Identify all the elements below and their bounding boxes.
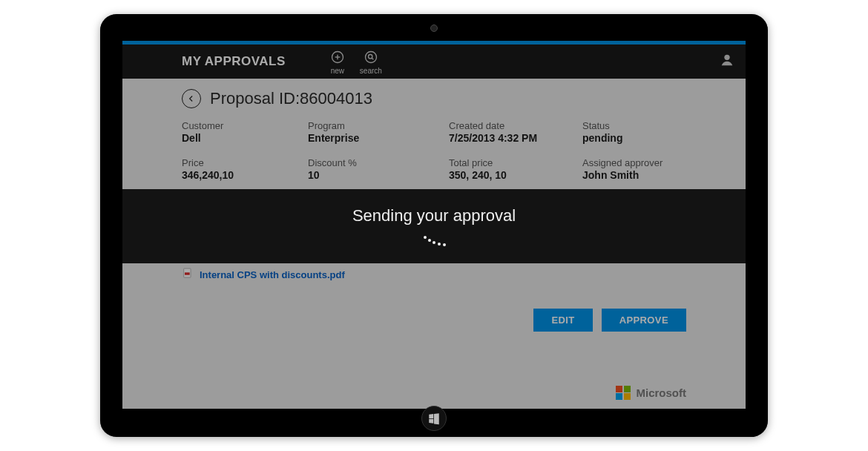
back-button[interactable] — [182, 89, 201, 108]
svg-point-4 — [368, 54, 372, 58]
approver-label: Assigned approver — [582, 157, 708, 168]
edit-button[interactable]: EDIT — [533, 309, 592, 332]
microsoft-logo-icon — [616, 386, 631, 401]
created-value: 7/25/2013 4:32 PM — [449, 132, 582, 144]
customer-label: Customer — [182, 120, 308, 131]
action-buttons: EDIT APPROVE — [533, 309, 686, 332]
discount-label: Discount % — [308, 157, 449, 168]
progress-dots-icon — [424, 233, 444, 246]
total-value: 350, 240, 10 — [449, 169, 582, 181]
search-circle-icon — [364, 50, 378, 66]
busy-overlay: Sending your approval — [122, 189, 746, 263]
program-label: Program — [308, 120, 449, 131]
svg-point-3 — [365, 51, 376, 62]
brand-footer: Microsoft — [616, 386, 686, 401]
camera-dot — [430, 24, 438, 32]
brand-text: Microsoft — [637, 386, 687, 399]
attachment-item[interactable]: Internal CPS with discounts.pdf — [182, 266, 686, 283]
search-button[interactable]: search — [360, 49, 382, 75]
busy-message: Sending your approval — [352, 206, 516, 226]
attachment-link[interactable]: Internal CPS with discounts.pdf — [200, 269, 345, 280]
program-value: Enterprise — [308, 132, 449, 144]
status-value: pending — [582, 132, 708, 144]
user-icon[interactable] — [719, 52, 735, 71]
app-screen: MY APPROVALS new search — [122, 41, 746, 409]
topbar-actions: new search — [330, 49, 382, 75]
status-label: Status — [582, 120, 708, 131]
page-header: Proposal ID:86004013 — [182, 89, 686, 108]
new-button[interactable]: new — [330, 49, 345, 75]
app-title: MY APPROVALS — [182, 54, 286, 69]
created-label: Created date — [449, 120, 582, 131]
price-label: Price — [182, 157, 308, 168]
svg-rect-10 — [185, 272, 190, 274]
pdf-icon — [182, 267, 194, 282]
svg-point-6 — [724, 55, 729, 60]
approve-button[interactable]: APPROVE — [602, 309, 686, 332]
search-label: search — [360, 67, 382, 75]
discount-value: 10 — [308, 169, 449, 181]
plus-circle-icon — [330, 50, 345, 66]
approver-value: John Smith — [582, 169, 708, 181]
page-title: Proposal ID:86004013 — [210, 89, 372, 108]
new-label: new — [331, 67, 344, 75]
windows-home-button[interactable] — [421, 406, 447, 431]
details-grid: Customer Dell Program Enterprise Created… — [182, 120, 686, 181]
customer-value: Dell — [182, 132, 308, 144]
tablet-frame: MY APPROVALS new search — [100, 14, 768, 437]
total-label: Total price — [449, 157, 582, 168]
price-value: 346,240,10 — [182, 169, 308, 181]
svg-line-5 — [372, 58, 373, 59]
app-topbar: MY APPROVALS new search — [122, 45, 746, 79]
